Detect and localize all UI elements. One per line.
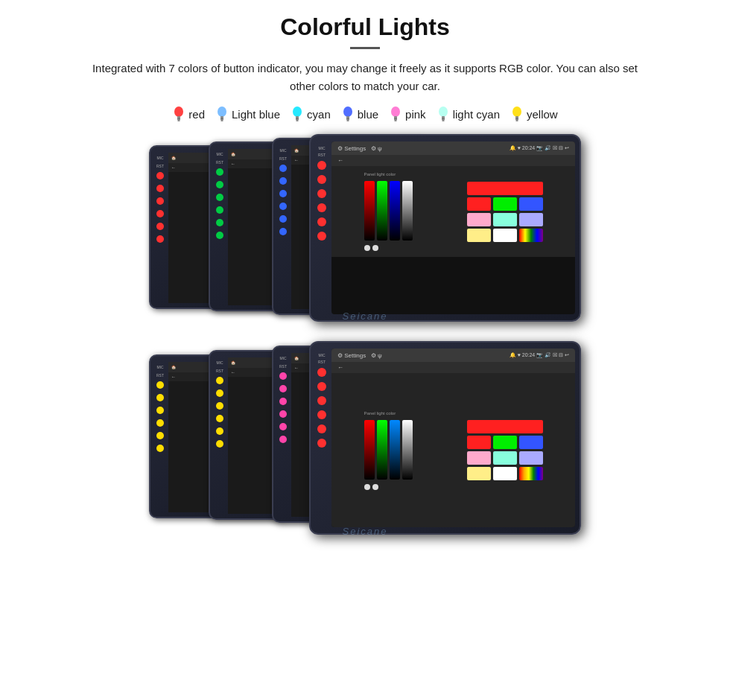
page-wrapper: Colorful Lights Integrated with 7 colors… [0, 0, 730, 700]
color-label-lightblue: Light blue [232, 108, 280, 121]
lightblue-bulb-icon [215, 106, 229, 122]
color-item-yellow: yellow [510, 106, 558, 122]
color-label-pink: pink [405, 108, 426, 121]
color-item-red: red [172, 106, 205, 122]
svg-point-4 [218, 106, 226, 117]
color-label-red: red [188, 108, 205, 121]
devices-section: MIC RST 🏠⚙ ψ ← [30, 134, 700, 541]
page-title: Colorful Lights [280, 13, 450, 41]
blue-bulb-icon [341, 106, 355, 122]
page-description: Integrated with 7 colors of button indic… [89, 60, 641, 95]
color-item-blue: blue [341, 106, 378, 122]
device-front-bottom: MIC RST ⚙ Settings ⚙ ψ 🔔 ♥ 20:2 [309, 341, 581, 535]
color-label-cyan: cyan [307, 108, 331, 121]
color-item-pink: pink [389, 106, 426, 122]
color-label-yellow: yellow [527, 108, 558, 121]
cyan-bulb-icon [291, 106, 304, 122]
color-label-lightcyan: light cyan [453, 108, 500, 121]
color-item-lightcyan: light cyan [437, 106, 500, 122]
bottom-device-row: MIC RST 🏠⚙ ψ ← [30, 341, 700, 541]
svg-point-24 [512, 106, 521, 117]
color-labels-row: red Light blue cyan [172, 106, 557, 122]
color-label-blue: blue [358, 108, 378, 121]
svg-point-12 [343, 106, 352, 117]
lightcyan-bulb-icon [437, 106, 450, 122]
color-item-lightblue: Light blue [215, 106, 280, 122]
svg-point-8 [293, 106, 302, 117]
pink-bulb-icon [389, 106, 402, 122]
top-device-row: MIC RST 🏠⚙ ψ ← [30, 134, 700, 334]
svg-point-16 [391, 106, 400, 117]
title-divider [350, 47, 380, 49]
device-front-top: MIC RST ⚙ Settings ⚙ ψ 🔔 ♥ 20:2 [309, 134, 581, 322]
red-bulb-icon [172, 106, 185, 122]
svg-point-20 [439, 106, 448, 117]
svg-point-0 [174, 106, 183, 117]
color-item-cyan: cyan [291, 106, 331, 122]
yellow-bulb-icon [510, 106, 524, 122]
